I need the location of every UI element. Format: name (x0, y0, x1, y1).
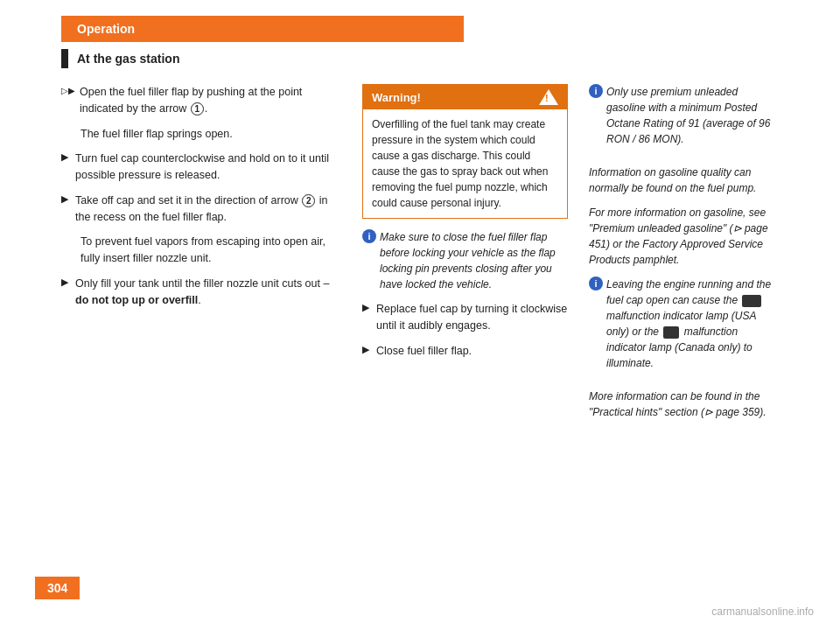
section-title-text: At the gas station (77, 52, 179, 66)
header-title: Operation (77, 22, 135, 36)
sub-text-2: To prevent fuel vapors from escaping int… (61, 234, 341, 267)
info-text-1: Make sure to close the fuel filler flap … (380, 229, 568, 292)
right-info-3: For more information on gasoline, see "P… (589, 205, 779, 268)
bullet4-text: Only fill your tank until the filler noz… (75, 276, 341, 309)
bullet3-text: Take off cap and set it in the direction… (75, 192, 341, 226)
circle-num-2: 2 (302, 194, 315, 207)
arrow-icon: ▶ (61, 151, 68, 163)
left-column: ▷▶ Open the fuel filler flap by pushing … (61, 84, 341, 429)
warning-header: Warning! (363, 85, 567, 109)
info-icon: i (362, 229, 376, 243)
right-column: i Only use premium unleaded gasoline wit… (589, 84, 779, 429)
arrow-icon: ▶ (362, 344, 369, 355)
main-content: ▷▶ Open the fuel filler flap by pushing … (0, 84, 840, 429)
right-info-2: Information on gasoline quality can norm… (589, 164, 779, 196)
warning-label: Warning! (372, 91, 421, 104)
page-number: 304 (35, 577, 80, 599)
replace-text: Replace fuel cap by turning it clockwise… (376, 301, 568, 334)
warning-body-text: Overfilling of the fuel tank may create … (363, 109, 567, 218)
arrow-icon: ▶ (61, 193, 68, 205)
info-block-right-1: i Only use premium unleaded gasoline wit… (589, 84, 779, 156)
bullet2-text: Turn fuel cap counterclockwise and hold … (75, 150, 341, 184)
info-icon-r1: i (589, 84, 603, 98)
warning-box: Warning! Overfilling of the fuel tank ma… (362, 84, 568, 219)
warning-triangle-icon (539, 89, 558, 105)
list-item: ▶ Only fill your tank until the filler n… (61, 276, 341, 309)
list-item: ▶ Replace fuel cap by turning it clockwi… (362, 301, 568, 334)
section-title-accent (61, 49, 68, 68)
arrow-icon: ▶ (61, 276, 68, 288)
right-info-4: Leaving the engine running and the fuel … (606, 276, 779, 371)
double-arrow-icon: ▷▶ (61, 86, 75, 95)
info-block-right-2: i Leaving the engine running and the fue… (589, 276, 779, 380)
list-item: ▶ Turn fuel cap counterclockwise and hol… (61, 150, 341, 184)
mid-column: Warning! Overfilling of the fuel tank ma… (362, 84, 568, 429)
list-item: ▷▶ Open the fuel filler flap by pushing … (61, 84, 341, 117)
bold-text: do not top up or overfill (75, 294, 198, 306)
sub-text-1: The fuel filler flap springs open. (61, 126, 341, 143)
info-icon-r2: i (589, 276, 603, 290)
section-title-row: At the gas station (61, 49, 840, 68)
list-item: ▶ Take off cap and set it in the directi… (61, 192, 341, 226)
info-block-1: i Make sure to close the fuel filler fla… (362, 229, 568, 292)
list-item: ▶ Close fuel filler flap. (362, 343, 568, 360)
close-text: Close fuel filler flap. (376, 343, 472, 360)
right-info-1: Only use premium unleaded gasoline with … (606, 84, 779, 147)
watermark: carmanualsonline.info (711, 606, 814, 618)
engine-icon (742, 295, 761, 307)
right-info-5: More information can be found in the "Pr… (589, 388, 779, 420)
circle-num-1: 1 (191, 102, 204, 116)
arrow-icon: ▶ (362, 302, 369, 313)
header-bar: Operation (61, 16, 464, 42)
fuel-icon (663, 326, 679, 339)
bullet1-text: Open the fuel filler flap by pushing at … (80, 84, 341, 117)
